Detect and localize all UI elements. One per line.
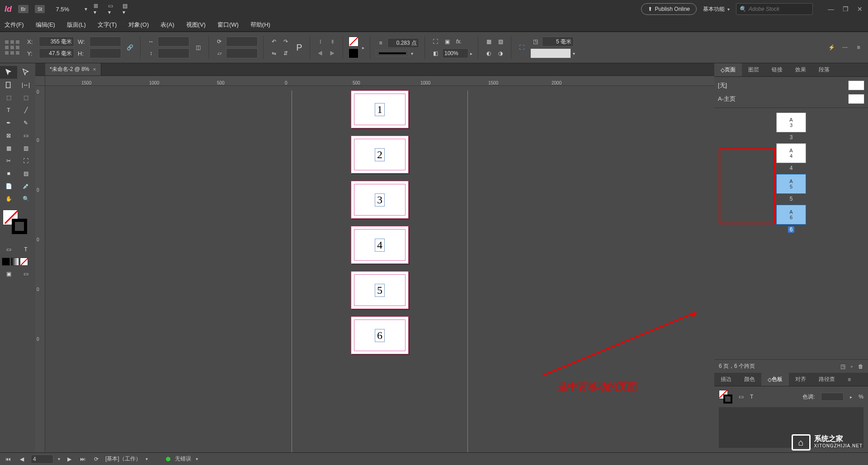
text-wrap3-icon[interactable]: ◐ bbox=[484, 48, 494, 58]
scale-x-field[interactable] bbox=[158, 37, 189, 47]
rotate-cw-icon[interactable]: ↷ bbox=[281, 37, 291, 47]
master-a[interactable]: A-主页 bbox=[718, 92, 864, 106]
free-transform-tool[interactable]: ⛶ bbox=[17, 155, 34, 167]
format-text-icon[interactable]: T bbox=[17, 243, 34, 256]
close-tab-icon[interactable]: × bbox=[93, 66, 96, 73]
swatch-fill-stroke[interactable] bbox=[719, 390, 732, 404]
rectangle-tool[interactable]: ▭ bbox=[17, 129, 34, 142]
rotate-ccw-icon[interactable]: ↶ bbox=[269, 37, 279, 47]
align-icon[interactable]: ⫶ bbox=[316, 37, 326, 47]
tab-layers[interactable]: 图层 bbox=[742, 63, 765, 76]
master-none[interactable]: [无] bbox=[718, 79, 864, 92]
content-placer-tool[interactable]: ⬚ bbox=[17, 91, 34, 104]
preview-icon[interactable]: ▭ bbox=[17, 268, 34, 280]
first-page-icon[interactable]: ⏮ bbox=[4, 455, 13, 464]
apply-gradient[interactable] bbox=[11, 258, 19, 266]
shear-field[interactable] bbox=[226, 48, 258, 58]
prev-page-icon[interactable]: ◀ bbox=[17, 455, 26, 464]
bridge-button[interactable]: Br bbox=[18, 5, 28, 13]
open-icon[interactable]: ⟳ bbox=[92, 455, 101, 464]
tab-swatches[interactable]: ◇ 色板 bbox=[761, 373, 789, 386]
zoom-level[interactable]: 7.5% bbox=[51, 6, 69, 13]
menu-table[interactable]: 表(A) bbox=[160, 21, 174, 29]
tint-slider-icon[interactable]: ▸ bbox=[850, 395, 852, 399]
direct-selection-tool[interactable] bbox=[17, 66, 34, 79]
menu-view[interactable]: 视图(V) bbox=[186, 21, 206, 29]
normal-view-icon[interactable]: ▣ bbox=[0, 268, 17, 280]
pen-tool[interactable]: ✒ bbox=[0, 117, 17, 129]
rotate-field[interactable] bbox=[226, 37, 258, 47]
corner-shape-icon[interactable]: ◳ bbox=[530, 37, 540, 47]
screen-mode-icon[interactable]: ▭ ▾ bbox=[108, 5, 116, 13]
workspace-switcher[interactable]: 基本功能 ▾ bbox=[703, 5, 730, 13]
page-thumb-5[interactable]: A5 5 bbox=[776, 174, 806, 202]
stock-button[interactable]: St bbox=[35, 5, 45, 13]
gradient-bar[interactable] bbox=[530, 48, 571, 58]
stroke-style[interactable] bbox=[376, 50, 409, 57]
stock-search[interactable]: 🔍 Adobe Stock bbox=[736, 3, 813, 15]
reference-point[interactable] bbox=[5, 40, 20, 55]
eyedropper-tool[interactable]: 💉 bbox=[17, 180, 34, 193]
scissors-tool[interactable]: ✂ bbox=[0, 155, 17, 167]
quick-apply-icon[interactable]: ⚡ bbox=[826, 42, 836, 52]
pencil-tool[interactable]: ✎ bbox=[17, 117, 34, 129]
fill-swatch[interactable] bbox=[349, 37, 359, 47]
flip-v-icon[interactable]: ⇵ bbox=[281, 48, 291, 58]
menu-help[interactable]: 帮助(H) bbox=[250, 21, 270, 29]
document-tab[interactable]: *未命名-2 @ 8% × bbox=[45, 63, 101, 75]
corner-field[interactable]: 5 毫米 bbox=[542, 37, 574, 47]
tab-links[interactable]: 链接 bbox=[765, 63, 789, 76]
selection-tool[interactable] bbox=[0, 66, 17, 79]
canvas-page-3[interactable]: 3 bbox=[351, 181, 409, 219]
tab-align[interactable]: 对齐 bbox=[789, 373, 812, 386]
arrange-icon[interactable]: ▤ ▾ bbox=[123, 5, 131, 13]
menu-icon[interactable]: ≡ bbox=[854, 42, 863, 52]
y-field[interactable]: 47.5 毫米 bbox=[39, 48, 74, 58]
rectangle-frame-tool[interactable]: ⊠ bbox=[0, 129, 17, 142]
view-options-icon[interactable]: ⊞ ▾ bbox=[94, 5, 102, 13]
page-thumb-6[interactable]: A6 6 bbox=[776, 205, 806, 233]
distribute2-icon[interactable]: ⫸ bbox=[327, 48, 337, 58]
canvas-page-4[interactable]: 4 bbox=[351, 226, 409, 264]
page-tool[interactable] bbox=[0, 79, 17, 91]
preflight-errors[interactable]: 无错误 bbox=[175, 455, 191, 463]
canvas-page-5[interactable]: 5 bbox=[351, 271, 409, 309]
menu-object[interactable]: 对象(O) bbox=[128, 21, 149, 29]
apply-none[interactable] bbox=[20, 258, 28, 266]
tab-pathfinder[interactable]: 路径查 bbox=[812, 373, 841, 386]
fill-dropdown[interactable]: ▸ bbox=[362, 45, 364, 50]
w-field[interactable] bbox=[90, 37, 121, 47]
flip-h-icon[interactable]: ⇋ bbox=[269, 48, 279, 58]
edit-page-size-icon[interactable]: ◳ bbox=[840, 363, 845, 370]
opacity-field[interactable]: 100% bbox=[442, 48, 468, 58]
new-page-icon[interactable]: ▫ bbox=[851, 363, 853, 370]
distribute-icon[interactable]: ⫴ bbox=[327, 37, 337, 47]
x-field[interactable]: 355 毫米 bbox=[39, 37, 74, 47]
gradient-swatch-tool[interactable]: ■ bbox=[0, 167, 17, 180]
align2-icon[interactable]: ⫷ bbox=[316, 48, 326, 58]
delete-page-icon[interactable]: 🗑 bbox=[858, 363, 863, 370]
fit-frame-icon[interactable]: ▣ bbox=[442, 37, 452, 47]
next-page-icon[interactable]: ▶ bbox=[65, 455, 74, 464]
ruler-horizontal[interactable]: 1500 1000 500 0 500 1000 1500 2000 bbox=[45, 76, 714, 86]
h-field[interactable] bbox=[90, 48, 121, 58]
note-tool[interactable]: 📄 bbox=[0, 180, 17, 193]
pasteboard[interactable]: 1 2 3 4 5 6 选中要移动的页面 bbox=[45, 86, 714, 452]
text-format-icon[interactable]: T bbox=[750, 394, 753, 400]
tab-stroke[interactable]: 描边 bbox=[714, 373, 738, 386]
canvas-page-6[interactable]: 6 bbox=[351, 316, 409, 354]
prefs-icon[interactable]: ⋯ bbox=[840, 42, 850, 52]
menu-edit[interactable]: 编辑(E) bbox=[36, 21, 55, 29]
page-thumb-3[interactable]: A3 3 bbox=[776, 113, 806, 141]
auto-fit-icon[interactable]: ◫ bbox=[193, 42, 203, 52]
menu-layout[interactable]: 版面(L) bbox=[67, 21, 86, 29]
publish-online-button[interactable]: ⬆ Publish Online bbox=[641, 3, 697, 15]
tab-paragraph[interactable]: 段落 bbox=[812, 63, 836, 76]
tab-color[interactable]: 颜色 bbox=[738, 373, 761, 386]
line-tool[interactable]: ╱ bbox=[17, 104, 34, 117]
preflight-profile[interactable]: [基本]（工作） bbox=[105, 455, 141, 463]
last-page-icon[interactable]: ⏭ bbox=[78, 455, 87, 464]
format-container-icon[interactable]: ▭ bbox=[0, 243, 17, 256]
gap-tool[interactable]: |↔| bbox=[17, 79, 34, 91]
container-format-icon[interactable]: ▭ bbox=[739, 394, 744, 400]
